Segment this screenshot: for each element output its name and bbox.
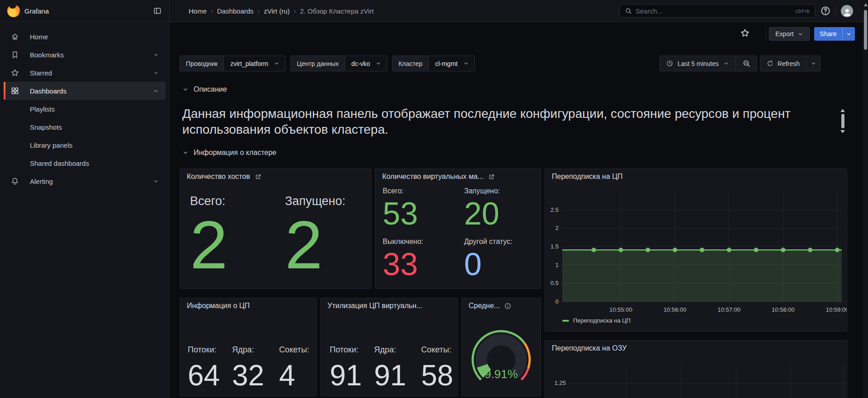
variable-label: Кластер <box>393 56 429 71</box>
sidebar-item-shared-dashboards[interactable]: Shared dashboards <box>4 154 166 172</box>
refresh-button[interactable]: Refresh <box>760 56 806 71</box>
section-row-cluster-info[interactable]: Информация о кластере <box>182 149 276 157</box>
breadcrumb-item[interactable]: zVirt (ru) <box>264 7 289 15</box>
section-row-description[interactable]: Описание <box>182 85 227 94</box>
top-navigation: Grafana Home›Dashboards›zVirt (ru)›2. Об… <box>0 0 868 22</box>
sidebar-item-home[interactable]: Home <box>4 28 166 46</box>
section-title: Описание <box>194 85 227 94</box>
scroll-down-arrow[interactable] <box>840 130 845 133</box>
variable-value-dropdown[interactable]: zvirt_platform <box>224 56 285 71</box>
breadcrumb-item[interactable]: Home <box>189 7 207 15</box>
sidebar-item-label: Starred <box>30 69 52 77</box>
share-button[interactable]: Share <box>814 27 842 41</box>
zoom-out-button[interactable] <box>736 56 757 71</box>
breadcrumb-item[interactable]: Dashboards <box>217 7 254 15</box>
share-split-button: Share <box>814 27 855 41</box>
template-variables: Проводникzvirt_platformЦентр данныхdc-vk… <box>180 56 475 71</box>
stat-value: 4 <box>279 361 309 390</box>
scroll-up-arrow[interactable] <box>840 109 845 112</box>
variable-label: Проводник <box>180 56 224 71</box>
chart-legend: Переподписка на ЦП <box>562 317 631 324</box>
chevron-down-icon <box>274 61 280 66</box>
share-menu-button[interactable] <box>842 27 855 41</box>
svg-text:1: 1 <box>555 262 559 268</box>
chevron-down-icon <box>723 61 729 66</box>
nav-right: Search... ctrl+k <box>619 0 853 22</box>
external-link-icon[interactable] <box>255 173 261 180</box>
sidebar-item-alerting[interactable]: Alerting <box>4 172 166 190</box>
stat-value: 33 <box>383 248 423 280</box>
chevron-down-icon <box>182 150 189 156</box>
sidebar-item-label: Bookmarks <box>30 51 64 59</box>
search-input[interactable]: Search... ctrl+k <box>619 4 816 18</box>
stat-value: 2 <box>190 211 226 279</box>
panel-title: Информация о ЦП <box>187 302 250 310</box>
toolbar-divider <box>766 27 766 41</box>
time-controls: Last 5 minutes Refresh <box>659 56 821 71</box>
external-link-icon[interactable] <box>488 173 495 180</box>
variable-центр-данных: Центр данныхdc-vko <box>290 56 387 71</box>
panel-vm-cpu-utilization: Утилизация ЦП виртуальн... Потоки:91Ядра… <box>320 298 458 396</box>
panel-title: Переподписка на ОЗУ <box>552 344 626 352</box>
stat-value: 64 <box>188 361 220 390</box>
svg-text:1.5: 1.5 <box>550 243 559 250</box>
chevron-down-icon <box>811 61 816 66</box>
sidebar-toggle-icon[interactable] <box>153 7 161 15</box>
time-range-button[interactable]: Last 5 minutes <box>660 56 735 71</box>
stat-value: 32 <box>232 361 264 390</box>
help-button[interactable] <box>821 6 830 16</box>
svg-text:10:58:00: 10:58:00 <box>772 306 795 313</box>
stat-сокеты: Сокеты:58 <box>421 345 453 390</box>
sidebar-item-snapshots[interactable]: Snapshots <box>4 118 166 136</box>
dashboard-description-text: Данная информационная панель отображает … <box>182 106 837 137</box>
stat-label: Сокеты: <box>279 345 309 355</box>
svg-text:0: 0 <box>555 298 559 305</box>
brand-area: Grafana <box>0 0 170 22</box>
sidebar-item-playlists[interactable]: Playlists <box>4 100 166 118</box>
stat-label: Выключено: <box>383 238 423 246</box>
export-button[interactable]: Export <box>769 27 810 41</box>
panel-average-gauge: Средне... 9.91% <box>461 298 541 396</box>
avatar[interactable] <box>841 5 853 17</box>
scrollbar-thumb[interactable] <box>841 114 844 128</box>
info-icon[interactable] <box>504 303 511 309</box>
favorite-star-icon[interactable] <box>740 28 749 37</box>
stat-value: 2 <box>285 211 346 279</box>
variable-value-dropdown[interactable]: cl-mgmt <box>429 56 474 71</box>
breadcrumb-separator: › <box>258 7 260 14</box>
search-icon <box>625 8 632 14</box>
scroll-up-arrow[interactable] <box>864 3 868 6</box>
stat-value: 91 <box>330 361 362 390</box>
stat-label: Сокеты: <box>421 345 453 355</box>
grafana-logo[interactable] <box>7 5 20 17</box>
panel-title: Утилизация ЦП виртуальн... <box>327 302 422 310</box>
sidebar-item-dashboards[interactable]: Dashboards <box>4 82 166 100</box>
svg-text:2.5: 2.5 <box>550 206 559 213</box>
clock-icon <box>666 60 673 67</box>
panel-title: Переподписка на ЦП <box>552 173 623 181</box>
time-range-label: Last 5 minutes <box>678 60 719 67</box>
stat-запущено: Запущено:20 <box>464 187 500 229</box>
svg-text:0.5: 0.5 <box>550 280 559 286</box>
stat-label: Запущено: <box>285 194 346 208</box>
svg-text:9.91%: 9.91% <box>484 367 518 381</box>
svg-text:10:56:00: 10:56:00 <box>664 306 687 313</box>
svg-text:2: 2 <box>555 225 559 231</box>
refresh-label: Refresh <box>778 60 800 67</box>
refresh-interval-button[interactable] <box>806 56 820 71</box>
stat-value: 0 <box>464 248 512 280</box>
sidebar-item-starred[interactable]: Starred <box>4 64 166 82</box>
variable-value-dropdown[interactable]: dc-vko <box>345 56 387 71</box>
chevron-down-icon <box>153 52 159 58</box>
legend-label[interactable]: Переподписка на ЦП <box>573 317 631 324</box>
export-label: Export <box>775 30 793 37</box>
breadcrumb-separator: › <box>294 7 296 14</box>
scrollbar-thumb[interactable] <box>864 10 867 50</box>
svg-text:10:55:00: 10:55:00 <box>609 306 632 313</box>
stat-потоки: Потоки:64 <box>188 345 220 390</box>
stat-label: Всего: <box>383 187 418 195</box>
svg-text:10:57:00: 10:57:00 <box>718 306 741 313</box>
sidebar-item-library-panels[interactable]: Library panels <box>4 136 166 154</box>
stat-выключено: Выключено:33 <box>383 238 423 280</box>
sidebar-item-bookmarks[interactable]: Bookmarks <box>4 46 166 64</box>
